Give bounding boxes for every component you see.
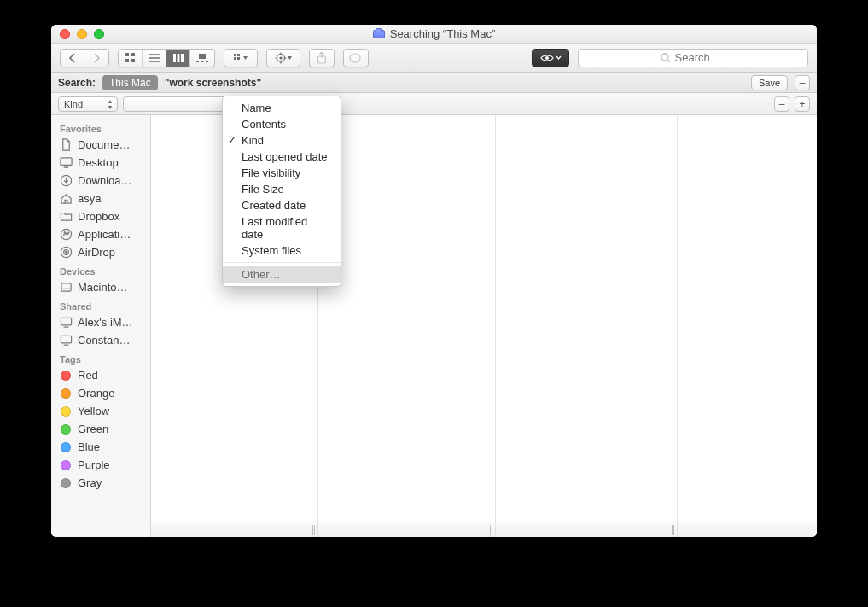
menu-item[interactable]: Name bbox=[223, 100, 341, 116]
sidebar-item[interactable]: Yellow bbox=[51, 402, 150, 420]
tag-icon bbox=[59, 478, 73, 488]
sidebar-item[interactable]: Downloa… bbox=[51, 172, 150, 190]
search-query-text[interactable]: "work screenshots" bbox=[165, 77, 261, 89]
titlebar: Searching “This Mac” bbox=[51, 25, 817, 44]
sidebar-item-label: Alex's iM… bbox=[78, 316, 133, 329]
forward-button[interactable] bbox=[84, 50, 108, 67]
search-field[interactable] bbox=[578, 49, 808, 67]
arrange-button[interactable] bbox=[224, 50, 257, 67]
menu-item[interactable]: Created date bbox=[223, 197, 341, 213]
svg-rect-13 bbox=[206, 61, 208, 62]
svg-rect-37 bbox=[61, 318, 71, 324]
remove-criteria-button[interactable]: – bbox=[774, 96, 789, 112]
svg-rect-3 bbox=[131, 59, 135, 62]
criteria-attribute-popup[interactable]: Kind ▴▾ bbox=[58, 96, 118, 112]
apps-icon bbox=[59, 228, 73, 241]
sidebar-item[interactable]: Green bbox=[51, 420, 150, 438]
svg-rect-15 bbox=[237, 54, 240, 56]
tag-icon bbox=[59, 406, 73, 417]
search-input[interactable] bbox=[675, 51, 726, 64]
sidebar-item-label: AirDrop bbox=[78, 246, 115, 259]
privacy-button[interactable] bbox=[532, 49, 569, 67]
menu-item[interactable]: Kind bbox=[223, 132, 341, 149]
sidebar-item[interactable]: Red bbox=[51, 366, 150, 384]
menu-item[interactable]: Contents bbox=[223, 116, 341, 132]
svg-rect-9 bbox=[181, 54, 184, 62]
sidebar-item[interactable]: Gray bbox=[51, 474, 150, 492]
menu-item[interactable]: File Size bbox=[223, 181, 341, 197]
sidebar-item[interactable]: Docume… bbox=[51, 136, 150, 154]
sidebar-item[interactable]: Dropbox bbox=[51, 207, 150, 225]
svg-rect-1 bbox=[131, 53, 135, 56]
search-label: Search: bbox=[58, 77, 96, 89]
svg-rect-38 bbox=[61, 336, 71, 342]
svg-rect-20 bbox=[280, 52, 281, 54]
column-4[interactable] bbox=[678, 115, 817, 537]
home-icon bbox=[59, 192, 73, 205]
tags-button[interactable] bbox=[343, 49, 369, 67]
disk-icon bbox=[59, 281, 73, 294]
back-button[interactable] bbox=[61, 50, 84, 67]
sidebar-item-label: asya bbox=[78, 192, 101, 205]
menu-item[interactable]: Last modified date bbox=[223, 213, 341, 242]
folder-icon bbox=[59, 210, 73, 223]
svg-rect-8 bbox=[177, 54, 179, 62]
menu-item[interactable]: System files bbox=[223, 242, 341, 259]
sidebar-item[interactable]: asya bbox=[51, 190, 150, 207]
svg-point-34 bbox=[65, 252, 67, 254]
zoom-window-button[interactable] bbox=[94, 29, 104, 39]
add-criteria-button[interactable]: + bbox=[795, 96, 810, 112]
share-button[interactable] bbox=[309, 49, 335, 67]
column-3[interactable] bbox=[496, 115, 678, 537]
sidebar-item-label: Constan… bbox=[78, 334, 130, 347]
sidebar-item[interactable]: Alex's iM… bbox=[51, 313, 150, 331]
tag-icon bbox=[59, 442, 73, 452]
column-view-button[interactable] bbox=[166, 50, 190, 67]
sidebar-item-label: Red bbox=[78, 369, 98, 382]
finder-window: Searching “This Mac” bbox=[51, 25, 817, 537]
sidebar-section-header: Favorites bbox=[51, 119, 150, 136]
save-search-button[interactable]: Save bbox=[751, 75, 788, 90]
view-switcher bbox=[118, 49, 215, 67]
sidebar: FavoritesDocume…DesktopDownloa…asyaDropb… bbox=[51, 115, 151, 537]
sidebar-item[interactable]: Blue bbox=[51, 438, 150, 456]
menu-separator bbox=[223, 262, 341, 263]
sidebar-section-header: Tags bbox=[51, 349, 150, 366]
svg-point-26 bbox=[545, 56, 549, 60]
sidebar-item[interactable]: Applicati… bbox=[51, 225, 150, 243]
scope-this-mac-button[interactable]: This Mac bbox=[102, 75, 158, 90]
menu-item[interactable]: Last opened date bbox=[223, 149, 341, 165]
svg-point-27 bbox=[661, 54, 668, 61]
sidebar-item-label: Macinto… bbox=[78, 281, 128, 294]
sidebar-item[interactable]: AirDrop bbox=[51, 243, 150, 261]
sidebar-item[interactable]: Macinto… bbox=[51, 278, 150, 296]
column-2[interactable] bbox=[318, 115, 496, 537]
svg-rect-7 bbox=[173, 54, 176, 62]
svg-rect-2 bbox=[125, 59, 129, 62]
remove-scope-button[interactable]: – bbox=[795, 75, 810, 90]
menu-item-other[interactable]: Other… bbox=[223, 266, 341, 283]
window-title: Searching “This Mac” bbox=[390, 27, 496, 40]
sidebar-item[interactable]: Desktop bbox=[51, 154, 150, 172]
menu-item[interactable]: File visibility bbox=[223, 165, 341, 181]
svg-line-28 bbox=[667, 60, 670, 62]
close-window-button[interactable] bbox=[60, 29, 70, 39]
svg-rect-35 bbox=[61, 283, 70, 291]
sidebar-item-label: Blue bbox=[78, 441, 100, 453]
minimize-window-button[interactable] bbox=[77, 29, 87, 39]
svg-rect-0 bbox=[125, 53, 129, 56]
sidebar-item[interactable]: Constan… bbox=[51, 331, 150, 349]
sidebar-item-label: Dropbox bbox=[78, 210, 119, 223]
icon-view-button[interactable] bbox=[119, 50, 143, 67]
list-view-button[interactable] bbox=[143, 50, 166, 67]
svg-rect-29 bbox=[60, 158, 71, 165]
action-menu-button[interactable] bbox=[266, 49, 300, 67]
doc-icon bbox=[59, 138, 73, 151]
sidebar-item[interactable]: Orange bbox=[51, 384, 150, 402]
nav-buttons bbox=[60, 49, 109, 67]
sidebar-item[interactable]: Purple bbox=[51, 456, 150, 474]
svg-rect-14 bbox=[234, 54, 236, 56]
gallery-view-button[interactable] bbox=[190, 50, 214, 67]
sidebar-item-label: Green bbox=[78, 423, 108, 435]
svg-rect-23 bbox=[285, 57, 287, 58]
